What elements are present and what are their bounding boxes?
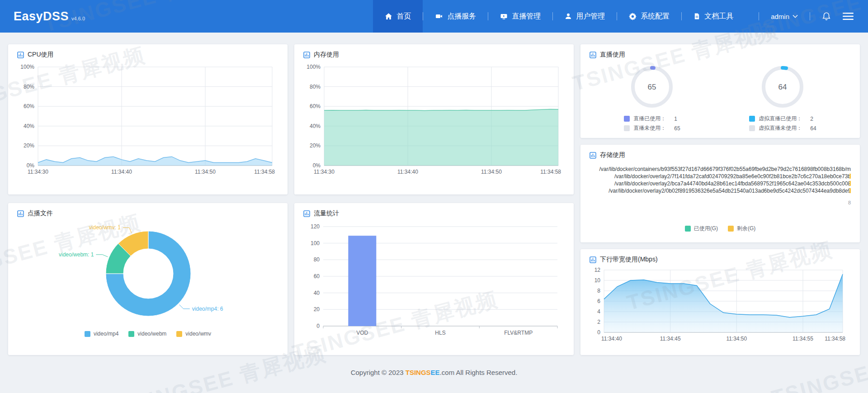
gauge-legend-row[interactable]: 直播已使用：1 [624, 114, 680, 123]
chart-icon [17, 210, 24, 217]
gauge-legend-row[interactable]: 直播未使用：65 [624, 123, 680, 133]
chart-icon [590, 152, 596, 159]
y-tick-label: 120 [311, 223, 320, 230]
x-tick-label: 11:34:45 [660, 336, 681, 342]
legend-chip [749, 116, 755, 122]
storage-row: /var/lib/docker/containers/b93f553f27d16… [590, 166, 851, 173]
hamburger-icon [843, 12, 854, 20]
nav-divider [810, 12, 810, 20]
bandwidth-card: 下行带宽使用(Mbps) 02468101211:34:4011:34:4511… [580, 249, 860, 355]
traffic-stats-card: 流量统计 020406080100120VODHLSFLV&RTMP [294, 203, 574, 355]
vod-files-card: 点播文件 video/mp4: 6video/webm: 1video/wmv:… [8, 203, 288, 355]
nav-item-gear[interactable]: 系统配置 [617, 0, 681, 33]
nav-item-label: 用户管理 [576, 12, 605, 21]
nav-item-label: 系统配置 [641, 12, 670, 21]
legend-value: 1 [674, 116, 677, 122]
main-nav: 首页点播服务直播管理用户管理系统配置文档工具 [373, 0, 745, 33]
x-tick-label: 11:34:30 [314, 169, 335, 175]
card-title: 下行带宽使用(Mbps) [600, 256, 658, 264]
gauge-svg: 65 [629, 64, 675, 109]
chart-icon [17, 52, 24, 58]
nav-item-label: 直播管理 [512, 12, 541, 21]
brand-name: EasyDSS [14, 9, 69, 24]
chart-icon [590, 52, 596, 58]
x-tick-label: 11:34:58 [825, 336, 845, 342]
y-tick-label: 0% [313, 162, 321, 169]
y-tick-label: 100% [307, 64, 321, 70]
notifications-button[interactable] [822, 12, 831, 21]
y-tick-label: 20 [314, 306, 320, 313]
series-line [324, 109, 558, 111]
storage-bar-tip [849, 181, 851, 186]
category-label: HLS [435, 330, 445, 336]
nav-item-docs[interactable]: 文档工具 [682, 0, 745, 33]
card-title: 流量统计 [314, 209, 339, 218]
bar-VOD [348, 236, 376, 326]
x-tick-label: 11:34:55 [793, 336, 813, 342]
y-tick-label: 10 [594, 277, 601, 284]
gauge-block-0: 65直播已使用：1直播未使用：65 [624, 64, 680, 133]
x-tick-label: 11:34:50 [195, 169, 216, 175]
live-icon [500, 13, 508, 20]
navbar-right: admin [745, 0, 868, 33]
card-title: 内存使用 [314, 51, 339, 59]
gauge-legend: 直播已使用：1直播未使用：65 [624, 114, 680, 133]
x-tick-label: 11:34:40 [111, 169, 132, 175]
nav-item-label: 点播服务 [447, 12, 476, 21]
legend-chip [128, 331, 134, 337]
x-tick-label: 11:34:30 [28, 169, 48, 175]
gauge-legend-row[interactable]: 虚拟直播已使用：2 [749, 114, 816, 123]
nav-item-home[interactable]: 首页 [373, 0, 423, 33]
menu-toggle-button[interactable] [843, 12, 854, 20]
nav-item-vod[interactable]: 点播服务 [423, 0, 488, 33]
cpu-usage-card: CPU使用 0%20%40%60%80%100%11:34:3011:34:40… [8, 44, 288, 194]
memory-chart-svg: 0%20%40%60%80%100%11:34:3011:34:4011:34:… [303, 62, 565, 181]
nav-item-label: 首页 [396, 12, 411, 21]
storage-chart: /var/lib/docker/containers/b93f553f27d16… [590, 166, 851, 236]
x-tick-label: 11:34:40 [601, 336, 622, 342]
legend-item-video/mp4[interactable]: video/mp4 [85, 331, 118, 337]
user-menu[interactable]: admin [771, 13, 798, 20]
storage-path-label: /var/lib/docker/overlay2/7f141fda72cafd0… [614, 173, 851, 180]
legend-item-video/wmv[interactable]: video/wmv [176, 331, 211, 337]
x-tick-label: 11:34:50 [726, 336, 747, 342]
brand-part: EE [431, 369, 440, 376]
y-tick-label: 12 [594, 267, 601, 273]
nav-item-label: 文档工具 [704, 12, 733, 21]
column-right: 直播使用 65直播已使用：1直播未使用：6564虚拟直播已使用：2虚拟直播未使用… [580, 44, 860, 355]
legend-chip [624, 125, 630, 131]
legend-item-已使用(G)[interactable]: 已使用(G) [685, 225, 718, 232]
x-tick-label: 11:34:58 [540, 169, 561, 175]
x-tick-label: 11:34:40 [397, 169, 418, 175]
storage-row: /var/lib/docker/overlay2/bca7a44740bd4a2… [590, 180, 851, 187]
tsingsee-logo[interactable]: TSINGSEE [406, 369, 440, 376]
card-title: 直播使用 [600, 51, 625, 59]
legend-chip [728, 226, 734, 232]
category-label: VOD [356, 330, 368, 336]
legend-value: 2 [810, 116, 813, 122]
y-tick-label: 20% [310, 142, 321, 149]
gauge-svg: 64 [760, 64, 805, 109]
traffic-bar-svg: 020406080100120VODHLSFLV&RTMP [303, 220, 565, 340]
legend-item-剩余(G)[interactable]: 剩余(G) [728, 225, 755, 232]
y-tick-label: 60 [314, 273, 320, 279]
x-tick-label: 11:34:58 [254, 169, 275, 175]
storage-path-label: /var/lib/docker/containers/b93f553f27d16… [599, 166, 851, 172]
legend-chip [85, 331, 90, 337]
y-tick-label: 100 [311, 240, 320, 246]
brand-version: v4.6.0 [71, 16, 85, 21]
card-title: 点播文件 [28, 209, 53, 218]
legend-item-video/webm[interactable]: video/webm [128, 331, 166, 337]
nav-item-live[interactable]: 直播管理 [488, 0, 552, 33]
y-tick-label: 60% [24, 103, 34, 109]
legend-label: 已使用(G) [694, 225, 718, 232]
gauge-legend-row[interactable]: 虚拟直播未使用：64 [749, 123, 816, 133]
brand-logo[interactable]: EasyDSS v4.6.0 [0, 9, 85, 24]
slice-label: video/wmv: 1 [89, 224, 121, 231]
legend-chip [624, 116, 630, 122]
y-tick-label: 0% [27, 162, 35, 169]
nav-item-users[interactable]: 用户管理 [553, 0, 617, 33]
y-tick-label: 8 [597, 288, 600, 294]
area-fill [324, 109, 558, 166]
users-icon [565, 13, 572, 20]
